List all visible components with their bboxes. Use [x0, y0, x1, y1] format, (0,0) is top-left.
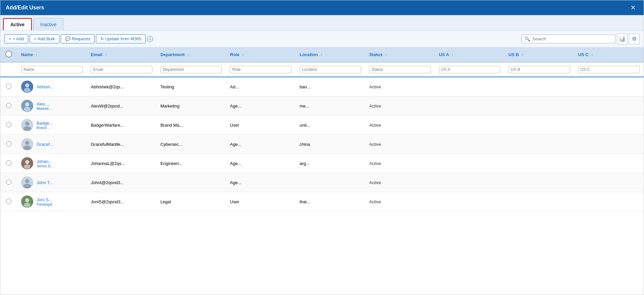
select-all-header[interactable]	[0, 47, 17, 62]
table-row[interactable]: Joni S...ParalegalJoniS@2qsnd3...LegalUs…	[0, 192, 644, 211]
search-box: 🔍	[522, 35, 615, 43]
row-usa-2	[435, 116, 504, 135]
close-button[interactable]: ✕	[628, 3, 638, 13]
row-usb-0	[504, 77, 574, 96]
user-subtitle: Brand ...	[37, 126, 53, 130]
filter-location-input[interactable]	[300, 66, 361, 73]
row-usb-3	[504, 135, 574, 154]
user-name[interactable]: John T...	[37, 180, 53, 185]
row-status-3: Active	[365, 135, 435, 154]
user-name[interactable]: Gracef...	[37, 142, 53, 147]
user-name[interactable]: Badge...	[37, 121, 53, 126]
filter-department-cell	[156, 62, 226, 77]
table-row[interactable]: Gracef...GracefulMantle...Cybersec...Age…	[0, 135, 644, 154]
table-row[interactable]: John T...Johnt@2qsnd3...Age...Active	[0, 173, 644, 192]
svg-point-10	[25, 141, 29, 145]
row-radio-1[interactable]	[6, 103, 11, 108]
search-input[interactable]	[532, 36, 612, 41]
col-header-usa[interactable]: US A ↑	[435, 47, 504, 62]
row-location-3: china	[296, 135, 365, 154]
filter-status-input[interactable]	[369, 66, 431, 73]
user-subtitle: Paralegal	[37, 202, 52, 206]
filter-email-input[interactable]	[91, 66, 152, 73]
row-role-1: Age...	[226, 96, 295, 116]
col-header-status[interactable]: Status ↑	[365, 47, 435, 62]
add-bulk-button[interactable]: + Add Bulk	[30, 34, 59, 43]
col-header-department[interactable]: Department ↑	[156, 47, 226, 62]
filter-name-input[interactable]	[21, 66, 83, 73]
user-name[interactable]: Joni S...	[37, 197, 52, 202]
row-select-6	[0, 192, 17, 211]
col-header-usb[interactable]: US B ↑	[504, 47, 574, 62]
user-cell: Gracef...	[21, 138, 83, 150]
info-icon[interactable]: i	[147, 36, 153, 42]
row-status-5: Active	[365, 173, 435, 192]
user-info: Badge...Brand ...	[37, 121, 53, 130]
usb-sort-icon: ↑	[522, 53, 524, 57]
avatar	[21, 81, 33, 93]
filter-department-input[interactable]	[160, 66, 222, 73]
row-radio-3[interactable]	[6, 141, 11, 146]
col-header-location[interactable]: Location ↑	[296, 47, 365, 62]
row-radio-0[interactable]	[6, 84, 11, 89]
filter-location-cell	[296, 62, 365, 77]
row-department-4: Engineeri...	[156, 154, 226, 173]
row-radio-6[interactable]	[6, 199, 11, 204]
row-location-4: arg...	[296, 154, 365, 173]
table-row[interactable]: Abhish...Abhishek@2qs...TestingAd...ban.…	[0, 77, 644, 96]
table-row[interactable]: Alex ...Marketi...AlexW@2qsnd...Marketin…	[0, 96, 644, 116]
search-icon: 🔍	[525, 36, 530, 42]
table-row[interactable]: Johan...Senior E...JohannaL@2qs...Engine…	[0, 154, 644, 173]
user-name[interactable]: Abhish...	[37, 84, 54, 89]
user-info: Johan...Senior E...	[37, 159, 54, 168]
col-header-name[interactable]: Name ↑	[17, 47, 87, 62]
add-button[interactable]: + + Add	[4, 34, 28, 43]
row-radio-5[interactable]	[6, 179, 11, 185]
svg-point-13	[25, 160, 29, 164]
select-all-checkbox[interactable]	[5, 51, 12, 57]
filter-row	[0, 62, 644, 77]
row-location-2: unit...	[296, 116, 365, 135]
row-location-1: me...	[296, 96, 365, 116]
row-select-2	[0, 116, 17, 135]
row-email-2: BadgerWarfare...	[87, 116, 156, 135]
filter-usc-input[interactable]	[578, 66, 640, 73]
refresh-icon: ↻	[100, 36, 104, 41]
row-role-4: Age...	[226, 154, 295, 173]
row-select-3	[0, 135, 17, 154]
row-department-1: Marketing	[156, 96, 226, 116]
gear-icon: ⚙	[632, 36, 637, 42]
col-header-usc[interactable]: US C ↑	[574, 47, 644, 62]
tab-inactive[interactable]: Inactive	[33, 18, 63, 30]
tab-active[interactable]: Active	[3, 18, 32, 30]
row-location-6: thai...	[296, 192, 365, 211]
requests-icon: 💬	[65, 36, 70, 41]
filter-usa-cell	[435, 62, 504, 77]
filter-role-input[interactable]	[230, 66, 291, 73]
col-header-role[interactable]: Role ↑	[226, 47, 295, 62]
row-radio-2[interactable]	[6, 122, 11, 127]
user-info: John T...	[37, 180, 53, 185]
row-department-0: Testing	[156, 77, 226, 96]
col-header-email[interactable]: Email ↑	[87, 47, 156, 62]
user-cell: Badge...Brand ...	[21, 119, 83, 131]
avatar	[21, 157, 33, 169]
user-name[interactable]: Alex ...	[37, 101, 52, 107]
row-usb-5	[504, 173, 574, 192]
row-usc-3	[574, 135, 644, 154]
row-email-3: GracefulMantle...	[87, 135, 156, 154]
user-name[interactable]: Johan...	[37, 159, 54, 164]
table-row[interactable]: Badge...Brand ...BadgerWarfare...Brand M…	[0, 116, 644, 135]
excel-export-button[interactable]: 📊	[617, 34, 628, 44]
row-radio-4[interactable]	[6, 160, 11, 166]
filter-usb-input[interactable]	[508, 66, 570, 73]
filter-usa-input[interactable]	[439, 66, 500, 73]
user-info: Alex ...Marketi...	[37, 101, 52, 111]
email-sort-icon: ↑	[105, 53, 107, 57]
settings-button[interactable]: ⚙	[629, 34, 640, 44]
row-usa-3	[435, 135, 504, 154]
requests-button[interactable]: 💬 Requests	[61, 34, 95, 43]
row-status-0: Active	[365, 77, 435, 96]
update-m365-button[interactable]: ↻ Update from M365	[96, 34, 146, 43]
name-sort-icon: ↑	[36, 53, 38, 57]
